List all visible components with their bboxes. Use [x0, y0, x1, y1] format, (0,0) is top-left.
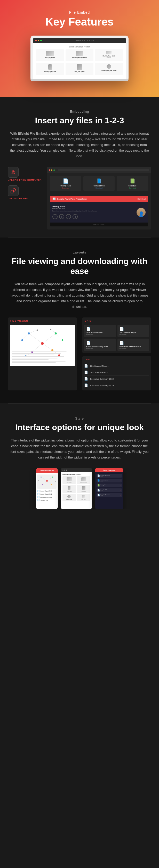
- mp-file-item: 📄 Annual Report 2018: [37, 490, 56, 492]
- mockup-tablet: Select Manual By Product Mac Guide MacBo…: [61, 468, 92, 509]
- md-file-icon: 📄: [97, 494, 100, 496]
- ppt-preview: 📊 Sample PowerPoint Presentation Downloa…: [50, 196, 148, 226]
- grid-file-item: 📄 2018 Annual Report Download: [84, 325, 116, 337]
- tablet-product-item: MacBook Guide: [77, 476, 90, 484]
- mp-file-icon: 📄: [37, 496, 40, 498]
- ppt-header: 📊 Sample PowerPoint Presentation Downloa…: [50, 196, 148, 202]
- grid-file-item: 📄 Executive Summary 2019 Download: [117, 339, 149, 351]
- grid-file-item: 📄 2021 Annual Report Download: [117, 325, 149, 337]
- ppt-title: Sample PowerPoint Presentation: [57, 198, 87, 200]
- embedding-text: With Elfsight File Embed, experience the…: [10, 131, 149, 159]
- ppt-slide: Wendy Writer Content Specialist Lorem ip…: [50, 202, 148, 222]
- list-file-name: 2018 Annual Report: [90, 365, 149, 367]
- md-file-download[interactable]: ↓: [121, 495, 121, 496]
- grid-file-icon: 📄: [86, 327, 114, 331]
- svg-line-24: [47, 481, 51, 484]
- product-item: iPhone User Guide Download: [36, 63, 64, 75]
- grid-file-icon: 📄: [120, 327, 147, 331]
- embedding-label: Embedding: [8, 110, 151, 114]
- tablet-product-label: MacBook Guide: [78, 482, 89, 483]
- url-bar: [58, 169, 149, 171]
- svg-line-6: [56, 334, 62, 340]
- upload-computer-option[interactable]: UPLOAD FROM COMPUTER: [8, 167, 42, 181]
- upload-computer-label: UPLOAD FROM COMPUTER: [8, 179, 42, 181]
- md-file-info: Pricing Table 1.2 MB: [101, 484, 120, 487]
- product-img: [76, 51, 83, 56]
- product-img: [106, 51, 111, 54]
- svg-line-5: [22, 334, 29, 340]
- tablet-product-item: iPhone Guide: [62, 485, 76, 493]
- mp-file-icon: 📄: [37, 490, 40, 492]
- grid-file-sub[interactable]: Download: [120, 347, 147, 349]
- list-file-icon: 📄: [84, 377, 88, 381]
- file-action[interactable]: Download: [119, 187, 146, 189]
- tablet-product-label: iPhone Guide: [63, 491, 75, 492]
- upload-url-icon: [8, 185, 19, 196]
- file-action[interactable]: Download: [85, 187, 113, 189]
- md-file-download[interactable]: ↓: [121, 485, 121, 486]
- grid-file-sub[interactable]: Download: [86, 347, 114, 349]
- mockup-phone-1: File Recommendations: [36, 468, 58, 509]
- tablet-product-label: iPad Guide: [78, 491, 89, 492]
- svg-point-26: [46, 480, 48, 482]
- tablet-product-img: [82, 495, 85, 498]
- file-name: Terms of Use: [85, 185, 113, 187]
- file-icon-pdf: 📄: [52, 178, 79, 184]
- svg-line-22: [41, 477, 47, 481]
- upload-url-option[interactable]: UPLOAD BY URL: [8, 185, 42, 200]
- dot-red: [35, 40, 37, 41]
- grid-panel: GRID 📄 2018 Annual Report Download 📄 202…: [82, 317, 151, 353]
- fv-line: [12, 359, 49, 360]
- fv-line: [12, 361, 65, 362]
- tablet-product-img: [68, 486, 71, 490]
- md-file-item: 📄 Schedule 2022 0.5 MB ↓: [97, 488, 122, 492]
- ppt-avatar: 👤: [136, 208, 145, 217]
- md-file-info: Schedule 2022 0.5 MB: [101, 489, 120, 492]
- md-file-size: 1.8 MB: [101, 495, 120, 496]
- product-item: Apple Watch User Guide Download: [95, 63, 123, 75]
- product-item: Mac Mini User Guide Download: [95, 49, 123, 61]
- upload-main-panel: 📄 Pricing Table Download 📘 Terms of Use …: [47, 167, 151, 229]
- product-img: [46, 51, 54, 56]
- md-file-icon: 📘: [97, 479, 100, 482]
- md-file-size: 1.2 MB: [101, 486, 120, 487]
- product-img: [77, 64, 82, 70]
- style-mockups: File Recommendations: [8, 468, 151, 509]
- circle-3: ○: [66, 214, 71, 219]
- tablet-dot-3: [66, 470, 67, 471]
- svg-point-32: [55, 482, 55, 482]
- tablet-dot-2: [64, 470, 65, 471]
- circle-2: ◉: [59, 214, 64, 219]
- fv-line: [12, 351, 67, 352]
- grid-file-sub[interactable]: Download: [86, 334, 114, 335]
- md-file-info: Executive Summary 1.8 MB: [101, 494, 120, 496]
- dot-yellow: [38, 40, 39, 41]
- file-action[interactable]: Download: [52, 187, 79, 189]
- md-file-download[interactable]: ↓: [121, 490, 121, 491]
- list-file-item: 📄 Executive Summary 2018: [84, 376, 149, 382]
- svg-line-1: [29, 334, 42, 343]
- upload-sidebar: UPLOAD FROM COMPUTER UPLOAD BY URL: [8, 167, 42, 229]
- tablet-title: Select Manual By Product: [62, 474, 90, 475]
- ppt-download[interactable]: Download: [138, 198, 145, 200]
- tablet-product-label: Mac Guide: [63, 482, 75, 483]
- svg-line-25: [42, 481, 47, 485]
- md-file-item: 📘 Terms of Service 0.8 MB ↓: [97, 478, 122, 483]
- grid-file-name: Executive Summary 2018: [86, 346, 114, 347]
- fv-line: [12, 353, 61, 354]
- product-desc: Download: [37, 72, 63, 73]
- upload-computer-icon: [8, 167, 19, 178]
- md-file-size: 2.4 MB: [101, 476, 120, 477]
- svg-point-14: [51, 349, 53, 351]
- tablet-product-img: [82, 486, 85, 490]
- grid-file-sub[interactable]: Download: [120, 334, 147, 335]
- mockup-phone-header-1: File Recommendations: [36, 468, 58, 473]
- grid-file-name: 2021 Annual Report: [120, 332, 147, 334]
- mp-file-name: Terms of Use: [41, 499, 48, 501]
- md-file-download[interactable]: ↓: [121, 475, 121, 476]
- md-file-download[interactable]: ↓: [121, 480, 121, 481]
- product-img: [107, 64, 111, 69]
- layouts-label: Layouts: [8, 250, 151, 254]
- tablet-product-item: Mac Guide: [62, 476, 76, 484]
- mp-file-name: Annual Report 2021: [41, 493, 52, 495]
